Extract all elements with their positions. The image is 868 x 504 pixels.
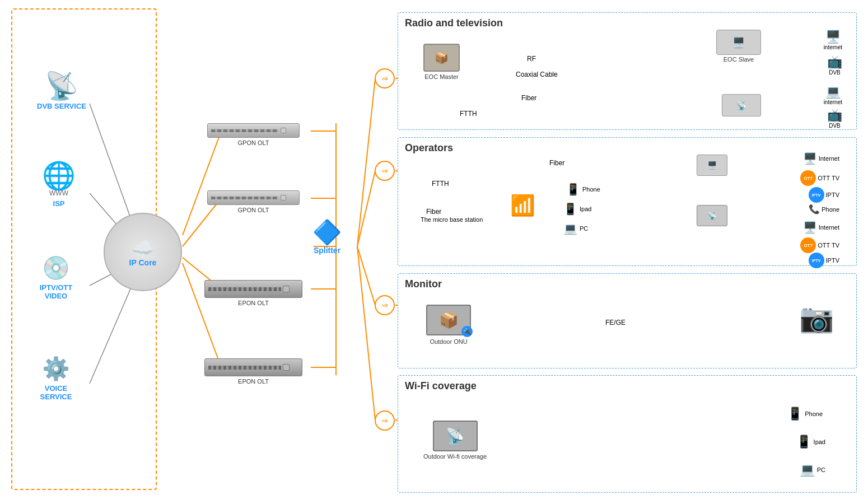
svg-line-14 — [357, 78, 375, 246]
epon-olt-1: EPON OLT — [204, 280, 302, 306]
dvb-label: DVB SERVICE — [37, 102, 86, 110]
monitor-panel: Monitor 📦 🔌 Outdoor ONU FE/GE 📷 — [398, 273, 857, 368]
svg-line-17 — [357, 246, 375, 420]
eoc-slave-device: 🖥️ EOC Slave — [716, 30, 761, 63]
micro-base-label: The micro base station — [421, 216, 483, 223]
arrow-1: ⇒ — [375, 68, 395, 88]
eoc-slave-label: EOC Slave — [724, 56, 754, 63]
epon-olt-2-label: EPON OLT — [238, 378, 269, 385]
coaxial-label: Coaxial Cable — [516, 71, 558, 78]
rf-label: RF — [527, 55, 536, 63]
isp-label: ISP — [53, 199, 65, 208]
base-station-tower: 📶 — [510, 194, 535, 217]
outdoor-onu: 📦 🔌 Outdoor ONU — [426, 305, 471, 345]
operators-panel: Operators Fiber FTTH Fiber The micro bas… — [398, 137, 857, 266]
dvb-icon: 📡 — [45, 73, 78, 100]
arrow-3: ⇒ — [375, 295, 395, 315]
svg-line-16 — [357, 246, 375, 305]
gpon-olt-1-label: GPON OLT — [237, 139, 269, 146]
ip-core: ☁️ IP Core — [104, 213, 182, 291]
service-otttv-1: OTTOTT TV — [800, 170, 839, 186]
operators-title: Operators — [398, 138, 856, 156]
fiber-label-ops: Fiber — [549, 159, 564, 167]
ott-badge-1: OTT — [800, 170, 816, 186]
svg-line-7 — [183, 263, 221, 367]
onu-router-right: 📡 — [697, 205, 727, 226]
eoc-master-label: EOC Master — [424, 73, 459, 80]
iptv-badge-2: IPTV — [809, 253, 824, 268]
outdoor-onu-label: Outdoor ONU — [430, 338, 467, 345]
isp-service: 🌐 WWW ISP — [31, 162, 87, 208]
splitter: 🔷 Splitter — [312, 218, 342, 255]
fiber-label-ops2: Fiber — [426, 208, 441, 216]
endpoint-dvb-1: 📺 DVB — [827, 55, 842, 76]
ftth-router: 📡 — [722, 94, 761, 116]
iptv-badge-1: IPTV — [809, 187, 824, 203]
wifi-phone: 📱 Phone — [787, 407, 823, 421]
svg-line-4 — [183, 131, 221, 235]
wifi-panel: Wi-Fi coverage 📡 Outdoor Wi-fi coverage … — [398, 375, 857, 493]
ftth-label-radio: FTTH — [460, 110, 477, 118]
svg-line-15 — [357, 171, 375, 246]
ipad-device-ops: 📱 Ipad — [563, 202, 591, 216]
endpoint-dvb-2: 📺 DVB — [827, 108, 842, 129]
monitor-title: Monitor — [398, 274, 856, 292]
epon-olt-2: EPON OLT — [204, 358, 302, 385]
outdoor-ap: 📡 Outdoor Wi-fi coverage — [423, 421, 487, 460]
pc-device-ops: 💻 PC — [563, 222, 588, 235]
endpoint-internet-2: 💻 internet — [824, 85, 842, 105]
onu-router-left: 🖥️ — [697, 155, 727, 176]
iptv-service: 💿 IPTV/OTTVIDEO — [28, 255, 84, 300]
service-otttv-2: OTTOTT TV — [800, 237, 839, 253]
wifi-ipad: 📱 Ipad — [796, 435, 825, 449]
voice-service: ⚙️ VOICE SERVICE — [28, 356, 84, 401]
service-iptv-1: IPTVIPTV — [809, 187, 839, 203]
gpon-olt-2-label: GPON OLT — [237, 207, 269, 213]
radio-panel: Radio and television 📦 EOC Master 🖥️ EOC… — [398, 12, 857, 130]
service-iptv-2: IPTVIPTV — [809, 253, 839, 268]
ip-core-label: IP Core — [129, 258, 157, 267]
arrow-4: ⇒ — [375, 410, 395, 431]
fege-label: FE/GE — [605, 319, 626, 326]
diagram-container: RF Coaxial Cable Fiber FTTH Fiber FTTH F… — [0, 0, 868, 504]
service-internet-1: 🖥️Internet — [803, 152, 839, 165]
isp-icon: 🌐 — [42, 162, 76, 189]
gpon-olt-1: GPON OLT — [207, 123, 300, 146]
gpon-olt-2: GPON OLT — [207, 190, 300, 213]
service-internet-2: 🖥️Internet — [803, 221, 839, 234]
epon-olt-1-label: EPON OLT — [238, 300, 269, 306]
wifi-pc: 💻 PC — [800, 463, 825, 477]
splitter-label: Splitter — [314, 246, 340, 255]
camera-device: 📷 — [799, 302, 834, 334]
service-phone-1: 📞Phone — [809, 204, 839, 214]
outdoor-ap-label: Outdoor Wi-fi coverage — [423, 453, 487, 460]
dvb-service: 📡 DVB SERVICE — [34, 73, 90, 110]
fiber-label-radio: Fiber — [521, 94, 536, 102]
ftth-label-ops: FTTH — [432, 180, 449, 188]
phone-device-ops: 📱 Phone — [566, 183, 600, 196]
wifi-title: Wi-Fi coverage — [398, 376, 856, 394]
voice-label: VOICE SERVICE — [28, 384, 84, 401]
radio-title: Radio and television — [398, 13, 856, 31]
ott-badge-2: OTT — [800, 237, 816, 253]
eoc-master-device: 📦 EOC Master — [423, 44, 460, 80]
iptv-label: IPTV/OTTVIDEO — [40, 283, 73, 300]
arrow-2: ⇒ — [375, 161, 395, 181]
endpoint-internet-1: 🖥️ internet — [824, 30, 842, 50]
